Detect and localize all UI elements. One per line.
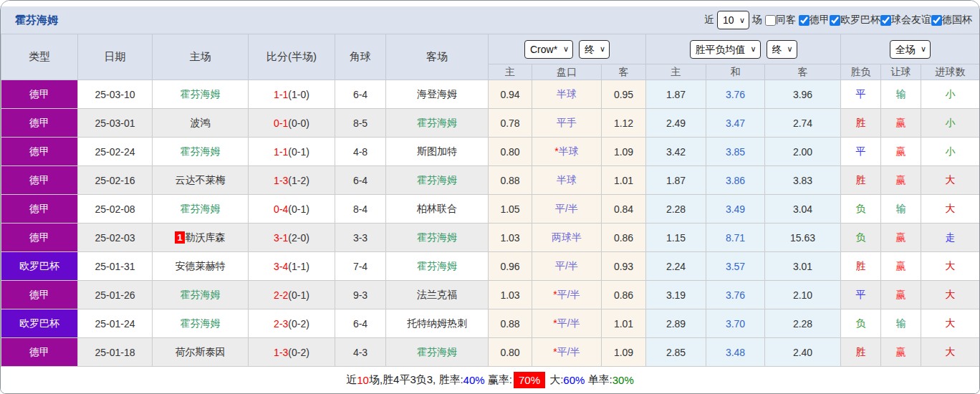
handicap-line-cell: 平/半 (532, 195, 602, 224)
away-team-cell: 海登海姆 (386, 80, 489, 109)
corners-cell: 8-4 (335, 195, 386, 224)
home-team-cell: 1勒沃库森 (153, 224, 249, 252)
handicap-line-cell: *半球 (532, 138, 602, 166)
home-team-cell: 安德莱赫特 (153, 252, 249, 281)
handicap-line-cell: 平/半 (532, 252, 602, 281)
handicap-away-odds-cell: 0.86 (602, 281, 646, 309)
card-top-gap (1, 1, 979, 6)
same-away-checkbox[interactable] (765, 15, 776, 26)
handicap-home-odds-cell: 1.03 (489, 281, 532, 309)
handicap-away-odds-cell: 0.93 (602, 252, 646, 281)
score-cell: 0-1(0-0) (249, 109, 335, 138)
home-team-cell: 荷尔斯泰因 (153, 338, 249, 367)
table-row: 德甲25-02-16云达不莱梅1-3(1-2)6-4霍芬海姆0.88半球1.01… (1, 166, 980, 195)
corners-cell: 6-4 (335, 166, 386, 195)
chevron-down-icon: ∨ (739, 16, 745, 25)
date-cell: 25-01-18 (78, 338, 153, 367)
score-cell: 3-4(1-1) (249, 252, 335, 281)
avg-away-odds-cell: 2.40 (765, 338, 841, 367)
page-title: 霍芬海姆 (15, 14, 58, 27)
handicap-home-odds-cell: 0.80 (489, 338, 532, 367)
match-table: 类型 日期 主场 比分(半场) 角球 客场 Crow* ∨ 终 ∨ (1, 34, 980, 367)
scope-group-header: 全场 ∨ (841, 34, 980, 64)
handicap-home-odds-cell: 0.78 (489, 109, 532, 138)
avg-home-odds-cell: 3.42 (646, 138, 706, 166)
score-cell: 2-2(0-1) (249, 281, 335, 309)
avg-stage-select[interactable]: 终 (772, 44, 782, 55)
recent-count-select[interactable]: 10 (723, 14, 734, 26)
score-cell: 1-3(1-2) (249, 166, 335, 195)
league-checkbox-0[interactable] (799, 15, 810, 26)
home-team-cell: 霍芬海姆 (153, 309, 249, 338)
scope-select-wrap: 全场 ∨ (890, 40, 931, 59)
date-cell: 25-03-10 (78, 80, 153, 109)
chevron-down-icon: ∨ (600, 44, 605, 54)
avg-draw-odds-cell: 3.76 (706, 281, 765, 309)
avg-away-odds-cell: 3.01 (765, 252, 841, 281)
league-checkbox-2[interactable] (880, 15, 891, 26)
avg-type-select[interactable]: 胜平负均值 (696, 44, 746, 55)
result-wdl-cell: 平 (841, 281, 881, 309)
summary-segment: 近 (346, 373, 357, 387)
recent-label: 近 (704, 14, 714, 27)
avg-draw-odds-cell: 3.49 (706, 195, 765, 224)
date-cell: 25-01-24 (78, 309, 153, 338)
same-away-label: 同客 (776, 14, 796, 27)
chevron-down-icon: ∨ (750, 44, 756, 54)
corners-cell: 4-8 (335, 138, 386, 166)
away-team-cell: 法兰克福 (386, 281, 489, 309)
league-cell: 欧罗巴杯 (1, 252, 78, 281)
sub-header-3: 主 (646, 64, 706, 80)
table-header: 类型 日期 主场 比分(半场) 角球 客场 Crow* ∨ 终 ∨ (1, 34, 980, 80)
league-checkbox-3[interactable] (931, 15, 942, 26)
handicap-home-odds-cell: 0.80 (489, 138, 532, 166)
result-handicap-cell: 赢 (881, 138, 921, 166)
avg-draw-odds-cell: 8.71 (706, 224, 765, 252)
summary-segment: 场,胜4平3负3, 胜率: (369, 373, 463, 387)
avg-home-odds-cell: 2.28 (646, 195, 706, 224)
avg-away-odds-cell: 15.63 (765, 224, 841, 252)
home-team-cell: 霍芬海姆 (153, 80, 249, 109)
corners-cell: 9-3 (335, 281, 386, 309)
score-cell: 3-1(2-0) (249, 224, 335, 252)
handicap-home-odds-cell: 1.05 (489, 195, 532, 224)
avg-away-odds-cell: 2.10 (765, 281, 841, 309)
sub-header-6: 胜负 (841, 64, 881, 80)
score-cell: 1-3(0-2) (249, 338, 335, 367)
summary-bar: 近10场,胜4平3负3, 胜率:40% 赢率:70% 大:60% 单率:30% (1, 367, 979, 393)
odds-company-select[interactable]: Crow* (530, 44, 558, 55)
avg-away-odds-cell: 2.00 (765, 138, 841, 166)
away-team-cell: 霍芬海姆 (386, 166, 489, 195)
handicap-home-odds-cell: 0.88 (489, 309, 532, 338)
handicap-line-cell: *平/半 (532, 338, 602, 367)
avg-home-odds-cell: 3.19 (646, 281, 706, 309)
league-cell: 德甲 (1, 195, 78, 224)
avg-draw-odds-cell: 3.86 (706, 166, 765, 195)
scope-select[interactable]: 全场 (895, 44, 916, 55)
date-cell: 25-02-08 (78, 195, 153, 224)
summary-segment: 10 (357, 374, 369, 386)
date-cell: 25-01-26 (78, 281, 153, 309)
odds-stage-select[interactable]: 终 (585, 44, 595, 55)
league-checkbox-1[interactable] (830, 15, 840, 26)
chevron-down-icon: ∨ (921, 44, 926, 54)
result-goals-cell: 大 (921, 281, 980, 309)
league-cell: 德甲 (1, 281, 78, 309)
result-wdl-cell: 胜 (841, 252, 881, 281)
result-goals-cell: 小 (921, 138, 980, 166)
avg-home-odds-cell: 1.15 (646, 224, 706, 252)
avg-draw-odds-cell: 3.57 (706, 252, 765, 281)
date-cell: 25-02-16 (78, 166, 153, 195)
avg-away-odds-cell: 3.04 (765, 195, 841, 224)
league-filters: 德甲欧罗巴杯球会友谊德国杯 (799, 14, 972, 27)
corners-cell: 3-3 (335, 224, 386, 252)
table-row: 德甲25-01-26霍芬海姆2-2(0-1)9-3法兰克福1.03*平/半0.8… (1, 281, 980, 309)
table-row: 欧罗巴杯25-01-24霍芬海姆2-3(0-2)6-4托特纳姆热刺0.88*平/… (1, 309, 980, 338)
avg-group-header: 胜平负均值 ∨ 终 ∨ (646, 34, 841, 64)
avg-away-odds-cell: 3.83 (765, 166, 841, 195)
handicap-line-cell: 半球 (532, 80, 602, 109)
table-row: 德甲25-03-01波鸿0-1(0-0)8-5霍芬海姆0.78平手1.122.4… (1, 109, 980, 138)
top-bar: 霍芬海姆 近 10 ∨ 场 同客 德甲欧罗巴杯球会友谊德国杯 (1, 6, 979, 34)
sub-header-8: 进球数 (921, 64, 980, 80)
date-cell: 25-01-31 (78, 252, 153, 281)
